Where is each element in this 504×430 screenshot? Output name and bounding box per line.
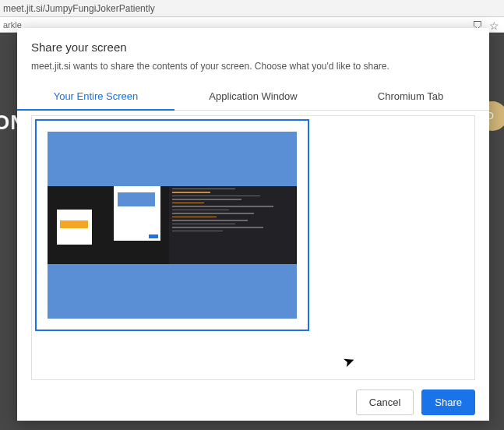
tab-entire-screen[interactable]: Your Entire Screen xyxy=(17,83,174,110)
star-icon[interactable]: ☆ xyxy=(489,18,499,33)
cancel-button[interactable]: Cancel xyxy=(356,389,414,415)
screen-option-1[interactable] xyxy=(35,119,309,331)
share-screen-dialog: Share your screen meet.jit.si wants to s… xyxy=(17,28,489,421)
dialog-footer: Cancel Share xyxy=(17,380,489,428)
share-button[interactable]: Share xyxy=(421,389,475,415)
dialog-header: Share your screen xyxy=(17,28,489,58)
browser-tab-strip: meet.jit.si/JumpyFungiJokerPatiently xyxy=(0,0,504,17)
preview-grid: ➤ xyxy=(31,115,475,380)
dialog-description: meet.jit.si wants to share the contents … xyxy=(17,58,489,83)
tab-chromium-tab[interactable]: Chromium Tab xyxy=(332,83,489,110)
dialog-tabs: Your Entire Screen Application Window Ch… xyxy=(17,83,489,111)
dialog-title: Share your screen xyxy=(31,41,475,54)
preview-area: ➤ xyxy=(17,111,489,380)
tab-application-window[interactable]: Application Window xyxy=(174,83,332,110)
mouse-cursor-icon: ➤ xyxy=(340,351,358,372)
browser-tab-title: meet.jit.si/JumpyFungiJokerPatiently xyxy=(3,3,155,14)
screen-thumbnail xyxy=(48,132,297,319)
